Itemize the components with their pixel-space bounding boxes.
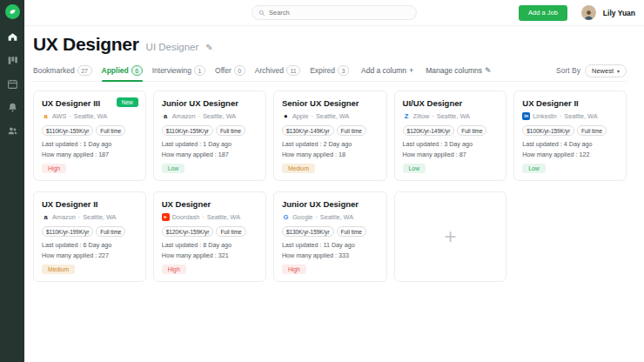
- last-updated-line: Last updated : 6 Day ago: [42, 241, 138, 249]
- job-card[interactable]: UX Designer II in LinkedIn · Seattle, WA…: [513, 90, 627, 181]
- last-updated-label: Last updated :: [42, 241, 82, 249]
- bell-icon[interactable]: [7, 102, 18, 113]
- company-logo-icon: ▸: [162, 213, 170, 221]
- tag-row: $110K/yr-159K/yr Full time: [162, 125, 258, 136]
- add-job-card[interactable]: +: [394, 191, 507, 282]
- sort-group: Sort By Newest ▾: [556, 64, 627, 77]
- tab-count-badge: 0: [234, 65, 245, 76]
- job-card[interactable]: UX Designer ▸ Doordash · Seattle, WA $12…: [153, 191, 266, 282]
- company-logo-icon: a: [162, 112, 170, 120]
- company-name: Google: [292, 213, 313, 221]
- tag-row: $130K/yr-149K/yr Full time: [282, 125, 379, 136]
- job-card[interactable]: Senior UX Designer ● Apple · Seattle, WA…: [273, 90, 387, 181]
- applied-label: How many applied :: [403, 151, 458, 158]
- tabs: Bookmarked 27 Applied 6 Interviewing 1 O…: [33, 60, 349, 81]
- users-icon[interactable]: [7, 125, 18, 137]
- tab[interactable]: Applied 6: [102, 60, 143, 81]
- jobtype-tag: Full time: [216, 226, 245, 237]
- applied-value: 321: [218, 251, 229, 259]
- sort-dropdown[interactable]: Newest ▾: [585, 64, 627, 77]
- chevron-down-icon: ▾: [617, 68, 620, 74]
- main-content: UX Designer UI Designer ✎ Bookmarked 27 …: [24, 34, 644, 282]
- company-row: a AWS · Seattle, WA: [42, 112, 138, 120]
- job-title: UX Designer: [162, 199, 258, 209]
- tab-label: Applied: [102, 66, 129, 75]
- edit-subtitle-icon[interactable]: ✎: [205, 43, 212, 52]
- tab-count-badge: 3: [338, 65, 349, 76]
- last-updated-line: Last updated : 4 Day ago: [522, 140, 618, 148]
- app-logo[interactable]: [5, 4, 20, 19]
- job-card[interactable]: Junior UX Designer G Google · Seattle, W…: [273, 191, 387, 282]
- company-name: LinkedIn: [533, 112, 557, 120]
- job-card[interactable]: UI/UX Designer Z Zillow · Seattle, WA $1…: [394, 90, 507, 181]
- last-updated-label: Last updated :: [522, 140, 562, 148]
- tab[interactable]: Expired 3: [310, 60, 349, 81]
- last-updated-line: Last updated : 1 Day ago: [42, 140, 138, 148]
- sort-by-label: Sort By: [556, 66, 580, 75]
- board-icon[interactable]: [7, 55, 18, 66]
- last-updated-label: Last updated :: [403, 140, 443, 148]
- sort-value: Newest: [592, 67, 614, 75]
- last-updated-line: Last updated : 2 Day ago: [282, 140, 379, 148]
- company-name: Doordash: [172, 213, 200, 221]
- last-updated-value: 8 Day ago: [203, 241, 231, 249]
- last-updated-label: Last updated :: [282, 241, 322, 249]
- tab[interactable]: Offer 0: [215, 60, 245, 81]
- tab[interactable]: Archived 11: [255, 60, 300, 81]
- calendar-icon[interactable]: [7, 78, 18, 90]
- company-row: Z Zillow · Seattle, WA: [403, 112, 499, 120]
- company-row: G Google · Seattle, WA: [282, 213, 379, 221]
- applied-line: How many applied : 333: [282, 251, 379, 259]
- job-title: Senior UX Designer: [282, 98, 379, 108]
- company-location: Seattle, WA: [320, 213, 353, 221]
- level-badge: Medium: [282, 164, 315, 173]
- add-column-button[interactable]: Add a column +: [361, 66, 413, 75]
- search-box[interactable]: [252, 5, 417, 20]
- manage-columns-button[interactable]: Manage columns ✎: [426, 66, 491, 75]
- job-card[interactable]: Junior UX Designer a Amazon · Seattle, W…: [153, 90, 266, 181]
- company-name: Zillow: [413, 112, 430, 120]
- tabs-row: Bookmarked 27 Applied 6 Interviewing 1 O…: [33, 60, 627, 82]
- applied-value: 87: [460, 151, 466, 158]
- company-row: a Amazon · Seattle, WA: [42, 213, 138, 221]
- jobtype-tag: Full time: [216, 125, 245, 136]
- add-job-button[interactable]: Add a Job: [519, 5, 567, 21]
- salary-tag: $130K/yr-149K/yr: [282, 125, 334, 136]
- level-badge: Low: [522, 164, 545, 173]
- jobtype-tag: Full time: [577, 125, 607, 136]
- avatar[interactable]: [581, 5, 596, 20]
- tab-count-badge: 27: [77, 65, 92, 76]
- search-icon: [258, 10, 265, 17]
- last-updated-value: 4 Day ago: [564, 140, 593, 148]
- applied-value: 187: [218, 151, 229, 158]
- job-card[interactable]: UX Designer III New a AWS · Seattle, WA …: [33, 90, 146, 181]
- applied-value: 18: [339, 151, 345, 158]
- user-name[interactable]: Lily Yuan: [603, 9, 635, 17]
- applied-value: 227: [98, 251, 109, 259]
- tab-label: Expired: [310, 66, 335, 75]
- tab-label: Interviewing: [152, 66, 191, 75]
- applied-label: How many applied :: [162, 151, 217, 158]
- company-logo-icon: a: [42, 112, 50, 120]
- tag-row: $120K/yr-159K/yr Full time: [162, 226, 258, 237]
- page-subtitle: UI Designer: [146, 42, 199, 52]
- company-separator: ·: [69, 112, 70, 120]
- company-separator: ·: [198, 112, 199, 120]
- company-name: Amazon: [52, 213, 76, 221]
- salary-tag: $110K/yr-159K/yr: [162, 125, 213, 136]
- applied-line: How many applied : 122: [522, 151, 618, 158]
- tab[interactable]: Bookmarked 27: [33, 60, 92, 81]
- last-updated-line: Last updated : 3 Day ago: [403, 140, 499, 148]
- applied-line: How many applied : 187: [42, 151, 138, 158]
- tab[interactable]: Interviewing 1: [152, 60, 205, 81]
- job-card[interactable]: UX Designer II a Amazon · Seattle, WA $1…: [33, 191, 146, 282]
- last-updated-value: 2 Day ago: [323, 140, 352, 148]
- last-updated-value: 1 Day ago: [203, 140, 231, 148]
- applied-value: 122: [579, 151, 589, 158]
- applied-line: How many applied : 18: [282, 151, 379, 158]
- manage-columns-label: Manage columns: [426, 66, 482, 75]
- home-icon[interactable]: [7, 31, 18, 43]
- last-updated-line: Last updated : 8 Day ago: [162, 241, 258, 249]
- cards-grid: UX Designer III New a AWS · Seattle, WA …: [33, 90, 627, 282]
- search-input[interactable]: [269, 9, 410, 17]
